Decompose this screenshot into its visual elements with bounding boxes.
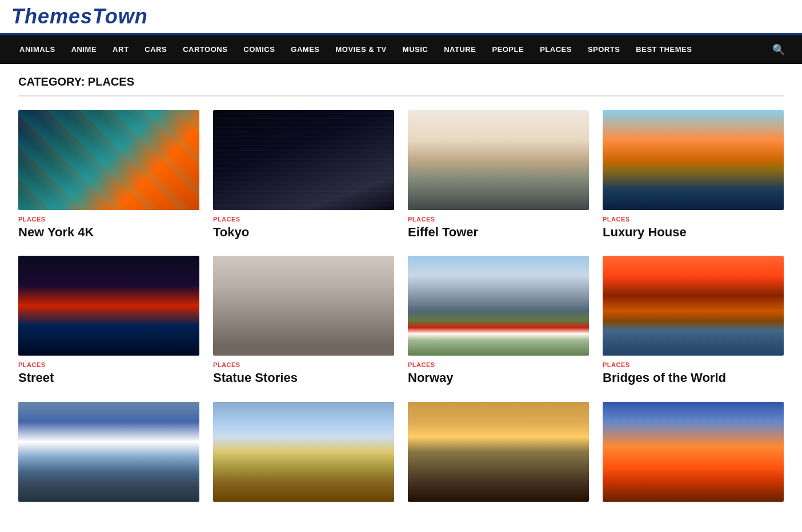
nav-list: ANIMALS ANIME ART CARS CARTOONS COMICS G… bbox=[11, 35, 767, 64]
nav-item-games[interactable]: GAMES bbox=[283, 35, 327, 64]
card-tokyo[interactable]: PLACES Tokyo bbox=[213, 110, 394, 240]
nav-item-cartoons[interactable]: CARTOONS bbox=[175, 35, 235, 64]
nav-item-animals[interactable]: ANIMALS bbox=[11, 35, 63, 64]
card-category-norway: PLACES bbox=[408, 361, 589, 368]
card-category-tokyo: PLACES bbox=[213, 216, 394, 223]
card-title-statue: Statue Stories bbox=[213, 370, 394, 385]
card-category-luxury: PLACES bbox=[603, 216, 784, 223]
cards-row-2: PLACES Street PLACES Statue Stories PLAC… bbox=[18, 256, 784, 385]
card-category-eiffel: PLACES bbox=[408, 216, 589, 223]
main-nav: ANIMALS ANIME ART CARS CARTOONS COMICS G… bbox=[0, 35, 802, 64]
card-title-tokyo: Tokyo bbox=[213, 225, 394, 240]
card-image-building-gold bbox=[213, 402, 394, 502]
card-image-norway bbox=[408, 256, 589, 356]
nav-link-games[interactable]: GAMES bbox=[283, 35, 327, 64]
card-image-bridges bbox=[603, 256, 784, 356]
card-title-street: Street bbox=[18, 370, 199, 385]
card-category-bridges: PLACES bbox=[603, 361, 784, 368]
card-bridges[interactable]: PLACES Bridges of the World bbox=[603, 256, 784, 385]
nav-link-anime[interactable]: ANIME bbox=[63, 35, 105, 64]
nav-link-sports[interactable]: SPORTS bbox=[580, 35, 628, 64]
nav-item-art[interactable]: ART bbox=[105, 35, 137, 64]
logo-bar: ThemesTown bbox=[0, 0, 802, 35]
nav-item-cars[interactable]: CARS bbox=[137, 35, 175, 64]
card-category-street: PLACES bbox=[18, 361, 199, 368]
nav-link-cartoons[interactable]: CARTOONS bbox=[175, 35, 235, 64]
nav-link-places[interactable]: PLACES bbox=[532, 35, 580, 64]
card-image-sunset-sky bbox=[603, 402, 784, 502]
nav-link-movies[interactable]: MOVIES & TV bbox=[328, 35, 395, 64]
card-category-statue: PLACES bbox=[213, 361, 394, 368]
card-image-cityscape bbox=[408, 402, 589, 502]
card-luxury[interactable]: PLACES Luxury House bbox=[603, 110, 784, 240]
nav-item-comics[interactable]: COMICS bbox=[235, 35, 283, 64]
search-icon[interactable]: 🔍 bbox=[767, 38, 791, 62]
card-cityscape[interactable] bbox=[408, 402, 589, 502]
nav-link-cars[interactable]: CARS bbox=[137, 35, 175, 64]
card-building-gold[interactable] bbox=[213, 402, 394, 502]
nav-item-sports[interactable]: SPORTS bbox=[580, 35, 628, 64]
card-image-tokyo bbox=[213, 110, 394, 210]
card-image-eiffel bbox=[408, 110, 589, 210]
card-image-statue bbox=[213, 256, 394, 356]
nav-link-comics[interactable]: COMICS bbox=[235, 35, 283, 64]
card-title-norway: Norway bbox=[408, 370, 589, 385]
card-newyork[interactable]: PLACES New York 4K bbox=[18, 110, 199, 240]
nav-item-music[interactable]: MUSIC bbox=[395, 35, 436, 64]
card-title-bridges: Bridges of the World bbox=[603, 370, 784, 385]
main-content: CATEGORY: PLACES PLACES New York 4K PLAC… bbox=[7, 64, 795, 529]
card-title-eiffel: Eiffel Tower bbox=[408, 225, 589, 240]
card-sunset-sky[interactable] bbox=[603, 402, 784, 502]
nav-link-people[interactable]: PEOPLE bbox=[484, 35, 532, 64]
site-logo[interactable]: ThemesTown bbox=[11, 5, 148, 28]
card-image-waterfall bbox=[18, 402, 199, 502]
nav-item-anime[interactable]: ANIME bbox=[63, 35, 105, 64]
card-image-street bbox=[18, 256, 199, 356]
card-title-luxury: Luxury House bbox=[603, 225, 784, 240]
card-category-newyork: PLACES bbox=[18, 216, 199, 223]
nav-link-nature[interactable]: NATURE bbox=[436, 35, 484, 64]
card-street[interactable]: PLACES Street bbox=[18, 256, 199, 385]
nav-item-places[interactable]: PLACES bbox=[532, 35, 580, 64]
card-norway[interactable]: PLACES Norway bbox=[408, 256, 589, 385]
cards-row-3 bbox=[18, 402, 784, 502]
card-statue[interactable]: PLACES Statue Stories bbox=[213, 256, 394, 385]
nav-link-bestthemes[interactable]: BEST THEMES bbox=[628, 35, 700, 64]
card-waterfall[interactable] bbox=[18, 402, 199, 502]
nav-item-nature[interactable]: NATURE bbox=[436, 35, 484, 64]
card-image-luxury bbox=[603, 110, 784, 210]
cards-row-1: PLACES New York 4K PLACES Tokyo PLACES E… bbox=[18, 110, 784, 240]
card-eiffel[interactable]: PLACES Eiffel Tower bbox=[408, 110, 589, 240]
nav-item-bestthemes[interactable]: BEST THEMES bbox=[628, 35, 700, 64]
card-title-newyork: New York 4K bbox=[18, 225, 199, 240]
nav-link-music[interactable]: MUSIC bbox=[395, 35, 436, 64]
category-heading: CATEGORY: PLACES bbox=[18, 75, 784, 96]
card-image-newyork bbox=[18, 110, 199, 210]
nav-item-movies[interactable]: MOVIES & TV bbox=[328, 35, 395, 64]
nav-item-people[interactable]: PEOPLE bbox=[484, 35, 532, 64]
nav-link-animals[interactable]: ANIMALS bbox=[11, 35, 63, 64]
nav-link-art[interactable]: ART bbox=[105, 35, 137, 64]
